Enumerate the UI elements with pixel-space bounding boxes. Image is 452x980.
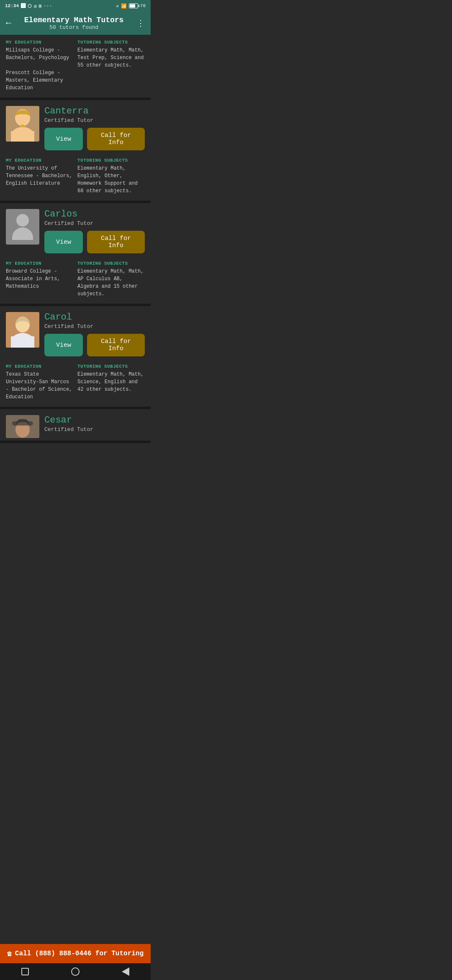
partial-subjects-label: TUTORING SUBJECTS <box>77 40 145 45</box>
details-row-carol: MY EDUCATION Texas State University-San … <box>6 364 145 401</box>
partial-education-text: Millsaps College - Bachelors, Psychology… <box>6 46 73 92</box>
tutor-name-carol: Carol <box>44 312 145 322</box>
tutor-top-carlos: Carlos Certified Tutor View Call for Inf… <box>0 203 151 256</box>
subjects-col-carlos: TUTORING SUBJECTS Elementary Math, Math,… <box>77 261 145 298</box>
status-right: ✕ 📶 76 <box>116 3 146 9</box>
wifi-icon: 📶 <box>121 3 127 9</box>
svg-text:😊: 😊 <box>21 124 25 128</box>
partial-card: MY EDUCATION Millsaps College - Bachelor… <box>0 35 151 100</box>
avatar-canterra: 😊 <box>6 106 39 142</box>
subjects-label-carol: TUTORING SUBJECTS <box>77 364 145 369</box>
avatar-body-carlos <box>12 227 33 240</box>
tutor-name-carlos: Carlos <box>44 209 145 219</box>
avatar-carol <box>6 312 39 348</box>
tutor-top-canterra: 😊 Canterra Certified Tutor View Call for… <box>0 100 151 153</box>
education-text-carol: Texas State University-San Marcos - Bach… <box>6 371 73 401</box>
education-label-carlos: MY EDUCATION <box>6 261 73 266</box>
subjects-label-canterra: TUTORING SUBJECTS <box>77 158 145 163</box>
tutor-buttons-carol: View Call for Info <box>44 334 145 356</box>
tutor-cert-cesar: Certified Tutor <box>44 426 145 433</box>
x-icon: ✕ <box>116 3 119 9</box>
status-bar: 12:34 🅽 ⬡ ◎ ⊞ ··· ✕ 📶 76 <box>0 0 151 12</box>
tutor-buttons-carlos: View Call for Info <box>44 231 145 253</box>
avatar-placeholder-carlos <box>6 209 39 245</box>
header: ← Elementary Math Tutors 50 tutors found… <box>0 12 151 35</box>
education-col-carlos: MY EDUCATION Broward College - Associate… <box>6 261 73 298</box>
tutor-info-carol: Carol Certified Tutor View Call for Info <box>44 312 145 356</box>
tutor-name-cesar: Cesar <box>44 415 145 426</box>
content-area: MY EDUCATION Millsaps College - Bachelor… <box>0 35 151 477</box>
subjects-text-carol: Elementary Math, Math, Science, English … <box>77 371 145 393</box>
tutor-details-carol: MY EDUCATION Texas State University-San … <box>0 359 151 407</box>
education-col-carol: MY EDUCATION Texas State University-San … <box>6 364 73 401</box>
more-icon: ··· <box>44 3 52 8</box>
svg-rect-4 <box>11 131 34 142</box>
tutor-top-carol: Carol Certified Tutor View Call for Info <box>0 306 151 359</box>
tutor-card-canterra: 😊 Canterra Certified Tutor View Call for… <box>0 100 151 203</box>
results-count: 50 tutors found <box>15 24 132 31</box>
tutor-top-cesar: Cesar Certified Tutor <box>0 409 151 441</box>
subjects-text-canterra: Elementary Math, English, Other, Homewor… <box>77 165 145 195</box>
header-center: Elementary Math Tutors 50 tutors found <box>15 16 132 31</box>
view-button-carol[interactable]: View <box>44 334 83 356</box>
status-left: 12:34 🅽 ⬡ ◎ ⊞ ··· <box>5 3 52 9</box>
education-label-carol: MY EDUCATION <box>6 364 73 369</box>
education-label-canterra: MY EDUCATION <box>6 158 73 163</box>
view-button-canterra[interactable]: View <box>44 128 83 150</box>
svg-rect-9 <box>11 336 34 348</box>
grid-icon: ⊞ <box>39 3 42 9</box>
tutor-details-carlos: MY EDUCATION Broward College - Associate… <box>0 256 151 304</box>
tutor-card-cesar: Cesar Certified Tutor <box>0 409 151 443</box>
call-button-carlos[interactable]: Call for Info <box>87 231 145 253</box>
partial-education-col: MY EDUCATION Millsaps College - Bachelor… <box>6 40 73 92</box>
menu-button[interactable]: ⋮ <box>136 18 145 28</box>
tutor-info-canterra: Canterra Certified Tutor View Call for I… <box>44 106 145 150</box>
subjects-text-carlos: Elementary Math, Math, AP Calculus AB, A… <box>77 268 145 298</box>
education-text-canterra: The University of Tennessee - Bachelors,… <box>6 165 73 187</box>
education-col-canterra: MY EDUCATION The University of Tennessee… <box>6 158 73 195</box>
tutor-card-carol: Carol Certified Tutor View Call for Info… <box>0 306 151 409</box>
tutor-cert-carol: Certified Tutor <box>44 323 145 330</box>
partial-subjects-text: Elementary Math, Math, Test Prep, Scienc… <box>77 46 145 69</box>
svg-rect-12 <box>12 421 33 426</box>
call-button-canterra[interactable]: Call for Info <box>87 128 145 150</box>
partial-education-label: MY EDUCATION <box>6 40 73 45</box>
avatar-cesar <box>6 415 39 438</box>
page-title: Elementary Math Tutors <box>15 16 132 24</box>
avatar-carlos <box>6 209 39 245</box>
back-button[interactable]: ← <box>6 18 11 28</box>
subjects-col-canterra: TUTORING SUBJECTS Elementary Math, Engli… <box>77 158 145 195</box>
avatar-head-carlos <box>16 214 29 227</box>
partial-subjects-col: TUTORING SUBJECTS Elementary Math, Math,… <box>77 40 145 92</box>
battery-label: 76 <box>140 3 146 8</box>
view-button-carlos[interactable]: View <box>44 231 83 253</box>
tutor-name-canterra: Canterra <box>44 106 145 116</box>
tutor-details-canterra: MY EDUCATION The University of Tennessee… <box>0 153 151 201</box>
nfc-icon: 🅽 <box>21 3 26 9</box>
call-button-carol[interactable]: Call for Info <box>87 334 145 356</box>
time-display: 12:34 <box>5 3 19 8</box>
details-row-canterra: MY EDUCATION The University of Tennessee… <box>6 158 145 195</box>
circle-icon: ◎ <box>34 3 37 9</box>
battery-icon <box>129 3 138 8</box>
subjects-col-carol: TUTORING SUBJECTS Elementary Math, Math,… <box>77 364 145 401</box>
tutor-cert-canterra: Certified Tutor <box>44 117 145 124</box>
tutor-buttons-canterra: View Call for Info <box>44 128 145 150</box>
tutor-cert-carlos: Certified Tutor <box>44 220 145 227</box>
tutor-info-carlos: Carlos Certified Tutor View Call for Inf… <box>44 209 145 253</box>
education-text-carlos: Broward College - Associate in Arts, Mat… <box>6 268 73 290</box>
dropbox-icon: ⬡ <box>28 3 32 9</box>
details-row-carlos: MY EDUCATION Broward College - Associate… <box>6 261 145 298</box>
tutor-card-carlos: Carlos Certified Tutor View Call for Inf… <box>0 203 151 306</box>
partial-details-row: MY EDUCATION Millsaps College - Bachelor… <box>6 40 145 92</box>
tutor-info-cesar: Cesar Certified Tutor <box>44 415 145 437</box>
subjects-label-carlos: TUTORING SUBJECTS <box>77 261 145 266</box>
